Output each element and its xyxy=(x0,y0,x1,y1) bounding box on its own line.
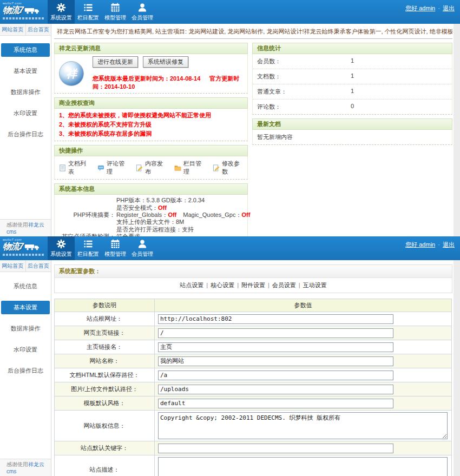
stat-row-comments: 评论数：0 xyxy=(253,100,452,114)
nav-item-member-manage[interactable]: 会员管理 xyxy=(129,236,156,260)
quick-comment-manage[interactable]: 评论管理 xyxy=(97,160,128,176)
copyright-textarea[interactable]: Copyright &copy; 2002-2011 DEDECMS. 织梦科技… xyxy=(158,412,448,439)
sidebar: 网站首页 后台首页 系统信息 基本设置 数据库操作 水印设置 后台操作日志 感谢… xyxy=(0,24,51,236)
tab-member-settings[interactable]: 会员设置 xyxy=(272,282,296,288)
greeting-link[interactable]: 您好 admin xyxy=(405,5,435,11)
quick-content-publish[interactable]: 内容发布 xyxy=(136,160,166,176)
sidebar-footer-text: 感谢使用 xyxy=(6,461,28,467)
safe-mode-value: Off xyxy=(158,204,167,211)
truck-icon xyxy=(24,6,41,15)
latest-docs-panel: 最新文档 暂无新增内容 xyxy=(252,118,452,145)
greeting-link[interactable]: 您好 admin xyxy=(405,241,435,248)
logout-link[interactable]: 退出 xyxy=(443,241,455,248)
sidebar-tab-site-home[interactable]: 网站首页 xyxy=(0,260,26,272)
homepage-link-input[interactable] xyxy=(158,328,393,338)
nav-item-system-settings[interactable]: 系统设置 xyxy=(48,236,75,260)
column-header-param-value: 参数值 xyxy=(155,299,452,312)
settings-table: 参数说明 参数值 站点根网址： 网页主页链接： 主页链接名： xyxy=(54,299,452,476)
logo-title: 物流7 xyxy=(3,241,23,253)
nav-label: 会员管理 xyxy=(132,250,153,258)
license-panel-title: 商业授权查询 xyxy=(54,97,248,109)
register-globals-label: Register_Globals： xyxy=(116,211,168,218)
site-root-url-input[interactable] xyxy=(158,314,393,324)
update-panel-title: 祥龙云更新消息 xyxy=(54,43,248,54)
register-globals-value: Off xyxy=(168,211,176,218)
comment-icon xyxy=(97,164,104,171)
sidebar-item-database-ops[interactable]: 数据库操作 xyxy=(1,85,50,99)
sidebar-item-basic-settings[interactable]: 基本设置 xyxy=(1,64,50,78)
nav-label: 栏目配置 xyxy=(77,14,99,22)
truck-icon xyxy=(24,243,41,251)
tab-core-settings[interactable]: 核心设置 xyxy=(211,282,234,288)
table-row: 文档HTML默认保存路径： xyxy=(55,368,452,382)
nav-label: 会员管理 xyxy=(132,14,153,22)
pencil-icon xyxy=(136,164,143,171)
sidebar-footer-text: 感谢使用 xyxy=(6,222,28,228)
logo-tagline xyxy=(3,17,44,19)
tab-interaction-settings[interactable]: 互动设置 xyxy=(303,282,327,288)
folder-icon xyxy=(174,164,181,171)
upload-limit-line: 支持上传的最大文件：8M xyxy=(115,219,184,226)
sidebar-item-system-info[interactable]: 系统信息 xyxy=(1,280,50,293)
gear-icon xyxy=(56,239,67,249)
list-icon xyxy=(83,239,94,249)
sidebar-footer: 感谢使用祥龙云cms xyxy=(0,219,51,236)
tab-site-settings[interactable]: 站点设置 xyxy=(180,282,203,288)
nav-label: 栏目配置 xyxy=(77,250,99,258)
stats-panel-title: 信息统计 xyxy=(252,43,452,54)
tab-attachment-settings[interactable]: 附件设置 xyxy=(241,282,265,288)
screen-basic-settings: wuliu7.com 物流7 系统设置 xyxy=(0,236,460,476)
upload-path-input[interactable] xyxy=(158,385,393,394)
table-row: 网站名称： xyxy=(55,354,452,368)
nav-item-model-manage[interactable]: 模型管理 xyxy=(102,236,129,260)
person-icon xyxy=(137,2,148,13)
quick-doc-list[interactable]: 文档列表 xyxy=(59,160,89,176)
template-style-input[interactable] xyxy=(158,399,393,408)
latest-docs-title: 最新文档 xyxy=(252,118,452,130)
site-logo[interactable]: wuliu7.com 物流7 xyxy=(0,236,48,260)
stat-row-articles: 普通文章：1 xyxy=(253,84,452,100)
nav-label: 模型管理 xyxy=(104,250,126,258)
sidebar-item-admin-log[interactable]: 后台操作日志 xyxy=(1,128,50,141)
error-fix-button[interactable]: 系统错误修复 xyxy=(143,56,188,68)
sidebar-item-admin-log[interactable]: 后台操作日志 xyxy=(1,364,50,378)
nav-item-model-manage[interactable]: 模型管理 xyxy=(102,0,129,24)
table-row: 站点描述： xyxy=(55,455,452,476)
online-update-button[interactable]: 进行在线更新 xyxy=(93,56,138,68)
homepage-link-name-input[interactable] xyxy=(158,342,393,352)
sidebar-item-system-info[interactable]: 系统信息 xyxy=(1,43,50,57)
default-keywords-input[interactable] xyxy=(158,444,393,453)
person-icon xyxy=(137,239,148,249)
sidebar-item-basic-settings[interactable]: 基本设置 xyxy=(1,301,50,314)
nav-item-system-settings[interactable]: 系统设置 xyxy=(48,0,75,24)
nav-item-column-config[interactable]: 栏目配置 xyxy=(75,236,102,260)
table-row: 主页链接名： xyxy=(55,340,452,354)
admin-page: wuliu7.com 物流7 系统设置 xyxy=(0,0,460,476)
calendar-icon xyxy=(110,2,121,13)
main-nav: 系统设置 栏目配置 模型管理 xyxy=(48,0,156,24)
update-panel: 祥龙云更新消息 祥 进行在线更新 系统错误修复 您系统版本最后更新时间 xyxy=(54,43,248,94)
site-logo[interactable]: wuliu7.com 物流7 xyxy=(0,0,48,24)
table-row: 站点根网址： xyxy=(55,312,452,326)
nav-item-column-config[interactable]: 栏目配置 xyxy=(75,0,102,24)
sidebar-item-watermark[interactable]: 水印设置 xyxy=(1,107,50,120)
table-row: 站点默认关键字： xyxy=(55,441,452,455)
site-name-input[interactable] xyxy=(158,356,393,366)
sidebar-tab-admin-home[interactable]: 后台首页 xyxy=(26,260,51,272)
logout-link[interactable]: 退出 xyxy=(443,5,455,11)
system-basic-info-title: 系统基本信息 xyxy=(54,183,248,195)
php-env-label: PHP环境摘要： xyxy=(59,211,115,219)
nav-item-member-manage[interactable]: 会员管理 xyxy=(129,0,156,24)
quick-column-manage[interactable]: 栏目管理 xyxy=(174,160,205,176)
sidebar-footer: 感谢使用祥龙云cms xyxy=(0,459,51,476)
html-save-path-input[interactable] xyxy=(158,371,393,380)
sidebar-tab-admin-home[interactable]: 后台首页 xyxy=(26,24,51,35)
column-header-param-name: 参数说明 xyxy=(55,299,155,312)
site-description-textarea[interactable] xyxy=(158,457,448,476)
sidebar-item-watermark[interactable]: 水印设置 xyxy=(1,343,50,356)
gear-icon xyxy=(56,2,67,13)
nav-label: 系统设置 xyxy=(50,14,72,22)
sidebar-tab-site-home[interactable]: 网站首页 xyxy=(0,24,26,35)
quick-modify-params[interactable]: 修改参数 xyxy=(213,160,243,176)
sidebar-item-database-ops[interactable]: 数据库操作 xyxy=(1,322,50,335)
